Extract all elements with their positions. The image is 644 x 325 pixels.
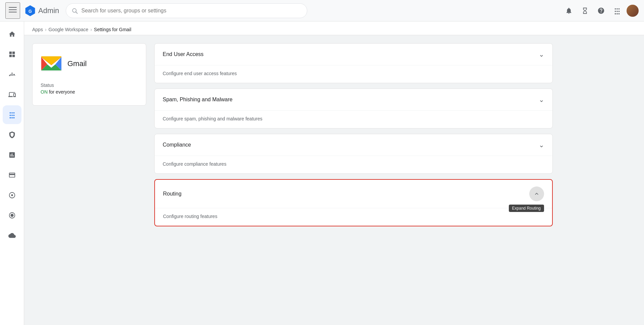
topbar: G Admin bbox=[0, 0, 644, 21]
sidebar bbox=[0, 21, 24, 325]
svg-point-8 bbox=[11, 194, 13, 196]
layout: Apps › Google Workspace › Settings for G… bbox=[0, 21, 644, 325]
app-card: Gmail Status ON for everyone bbox=[32, 43, 146, 106]
section-spam-phishing: Spam, Phishing and Malware ⌄ Configure s… bbox=[154, 89, 553, 128]
section-desc-spam-phishing: Configure spam, phishing and malware fea… bbox=[163, 111, 544, 121]
breadcrumb-workspace[interactable]: Google Workspace bbox=[49, 27, 89, 32]
section-body-spam-phishing: Configure spam, phishing and malware fea… bbox=[155, 110, 552, 128]
gmail-logo-icon bbox=[41, 53, 62, 74]
search-bar[interactable] bbox=[66, 3, 307, 18]
section-end-user-access: End User Access ⌄ Configure end user acc… bbox=[154, 43, 553, 83]
sidebar-item-apps[interactable] bbox=[3, 105, 21, 124]
section-routing: Routing Expand Routing Con bbox=[154, 179, 553, 226]
chevron-down-icon-end-user-access: ⌄ bbox=[539, 50, 544, 58]
app-name-label: Gmail bbox=[67, 59, 87, 68]
svg-text:G: G bbox=[29, 9, 32, 13]
section-title-spam-phishing: Spam, Phishing and Malware bbox=[163, 97, 232, 103]
sidebar-item-users[interactable] bbox=[3, 65, 21, 84]
section-desc-end-user-access: Configure end user access features bbox=[163, 65, 544, 76]
svg-rect-0 bbox=[9, 7, 17, 8]
status-section: Status ON for everyone bbox=[41, 83, 138, 95]
app-name-label: Admin bbox=[38, 6, 59, 15]
expand-routing-button[interactable] bbox=[529, 186, 544, 201]
sidebar-item-home[interactable] bbox=[3, 25, 21, 44]
hourglass-button[interactable] bbox=[578, 4, 592, 17]
admin-logo-icon: G bbox=[24, 5, 36, 17]
menu-button[interactable] bbox=[5, 2, 20, 19]
svg-line-6 bbox=[76, 12, 77, 13]
chevron-down-icon-spam-phishing: ⌄ bbox=[539, 96, 544, 104]
status-label: Status bbox=[41, 83, 138, 88]
left-panel: Gmail Status ON for everyone bbox=[32, 43, 146, 232]
section-title-compliance: Compliance bbox=[163, 142, 191, 148]
svg-rect-2 bbox=[9, 12, 17, 12]
sidebar-item-billing[interactable] bbox=[3, 166, 21, 184]
section-desc-compliance: Configure compliance features bbox=[163, 156, 544, 167]
sidebar-item-cloud[interactable] bbox=[3, 226, 21, 245]
search-input[interactable] bbox=[82, 8, 302, 14]
breadcrumb-current: Settings for Gmail bbox=[94, 27, 131, 32]
svg-rect-1 bbox=[9, 9, 17, 10]
svg-point-10 bbox=[10, 214, 13, 217]
notifications-button[interactable] bbox=[562, 4, 576, 17]
apps-grid-button[interactable] bbox=[610, 4, 624, 17]
status-suffix: for everyone bbox=[48, 89, 75, 95]
section-header-spam-phishing[interactable]: Spam, Phishing and Malware ⌄ bbox=[155, 89, 552, 110]
help-button[interactable] bbox=[594, 4, 608, 17]
sidebar-item-directory[interactable] bbox=[3, 186, 21, 205]
section-desc-routing: Configure routing features bbox=[163, 208, 544, 219]
breadcrumb: Apps › Google Workspace › Settings for G… bbox=[24, 21, 644, 35]
sidebar-item-dashboard[interactable] bbox=[3, 45, 21, 64]
sidebar-item-rules[interactable] bbox=[3, 206, 21, 225]
topbar-right bbox=[562, 4, 639, 17]
right-panel: End User Access ⌄ Configure end user acc… bbox=[154, 43, 553, 232]
section-header-compliance[interactable]: Compliance ⌄ bbox=[155, 134, 552, 156]
section-body-compliance: Configure compliance features bbox=[155, 156, 552, 173]
content-area: Gmail Status ON for everyone End User Ac… bbox=[24, 35, 561, 240]
section-header-routing[interactable]: Routing Expand Routing bbox=[155, 180, 552, 208]
section-body-end-user-access: Configure end user access features bbox=[155, 65, 552, 83]
section-body-routing: Configure routing features bbox=[155, 208, 552, 226]
section-header-end-user-access[interactable]: End User Access ⌄ bbox=[155, 44, 552, 65]
main-content: Apps › Google Workspace › Settings for G… bbox=[24, 21, 644, 325]
section-compliance: Compliance ⌄ Configure compliance featur… bbox=[154, 134, 553, 174]
chevron-down-icon-compliance: ⌄ bbox=[539, 141, 544, 149]
sidebar-item-reports[interactable] bbox=[3, 146, 21, 164]
breadcrumb-sep-2: › bbox=[90, 27, 92, 32]
sidebar-item-security[interactable] bbox=[3, 125, 21, 144]
section-title-end-user-access: End User Access bbox=[163, 51, 204, 57]
expand-routing-button-container: Expand Routing bbox=[529, 186, 544, 201]
sidebar-item-devices[interactable] bbox=[3, 85, 21, 104]
app-card-header: Gmail bbox=[41, 53, 138, 74]
search-icon bbox=[71, 7, 78, 14]
app-logo[interactable]: G Admin bbox=[24, 5, 59, 17]
breadcrumb-apps[interactable]: Apps bbox=[32, 27, 43, 32]
user-avatar[interactable] bbox=[627, 5, 639, 17]
section-title-routing: Routing bbox=[163, 191, 181, 197]
breadcrumb-sep-1: › bbox=[45, 27, 47, 32]
status-value: ON for everyone bbox=[41, 89, 138, 95]
status-on: ON bbox=[41, 89, 48, 95]
